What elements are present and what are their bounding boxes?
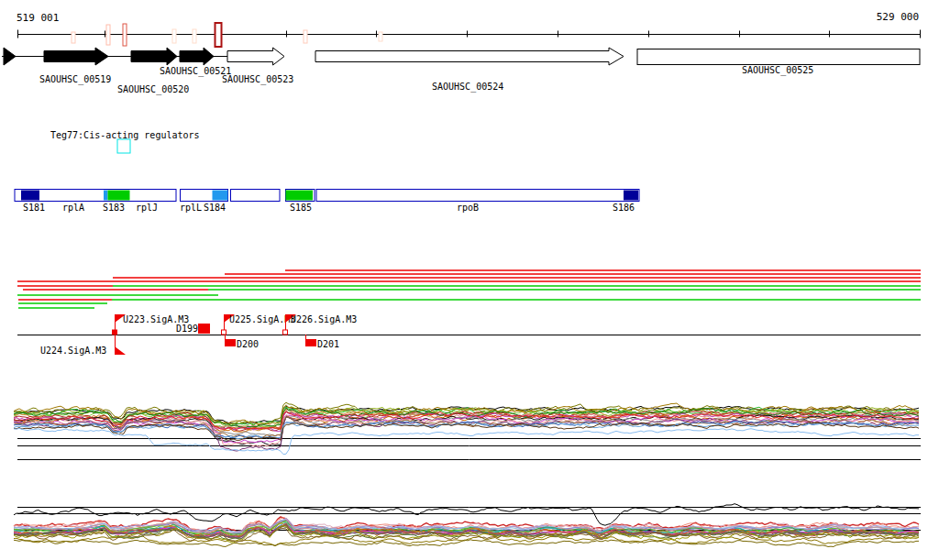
gene-label: SAOUHSC_00525 (742, 65, 813, 76)
gene-partial-left[interactable] (4, 48, 16, 65)
marker-label: D199 (176, 324, 198, 334)
terminator-mark[interactable] (379, 32, 382, 41)
terminator-mark[interactable] (106, 25, 110, 45)
gene-saouhsc_00523[interactable] (227, 48, 284, 65)
terminator-mark[interactable] (123, 24, 127, 46)
terminator-mark[interactable] (304, 30, 307, 43)
operon-segment[interactable] (108, 191, 130, 201)
tss-marker-box[interactable] (198, 324, 210, 334)
gene-label: SAOUHSC_00520 (117, 84, 189, 95)
marker-label: D200 (237, 339, 259, 349)
gene-label: SAOUHSC_00523 (222, 74, 293, 85)
tss-flag-base[interactable] (113, 330, 117, 335)
gene-saouhsc_00524[interactable] (315, 48, 624, 65)
marker-label: D201 (317, 339, 339, 349)
genome-browser-view: 519 001 529 000 Teg77:Cis-acting regulat… (0, 0, 939, 560)
gene-saouhsc_00521[interactable] (180, 48, 214, 65)
operon-segment[interactable] (286, 191, 314, 201)
expression-panel-upper[interactable] (0, 390, 939, 467)
gene-saouhsc_00520[interactable] (131, 48, 177, 65)
operon-segment[interactable] (624, 191, 638, 201)
gene-label: SAOUHSC_00519 (39, 74, 111, 85)
terminator-mark[interactable] (215, 23, 222, 47)
operon-label: S184 (204, 203, 226, 213)
operon-label: S186 (613, 203, 635, 213)
gene-label: SAOUHSC_00524 (432, 82, 503, 93)
operon-box[interactable] (231, 190, 281, 202)
operon-box[interactable] (316, 190, 639, 202)
tss-flag-base[interactable] (222, 330, 226, 335)
expression-panel-lower[interactable] (0, 491, 939, 560)
gene-saouhsc_00519[interactable] (44, 48, 108, 65)
operon-segment[interactable] (21, 191, 39, 201)
operon-label: rplL (180, 203, 202, 213)
operon-label: rpoB (457, 203, 479, 213)
terminator-mark[interactable] (193, 29, 196, 43)
gene-label: SAOUHSC_00521 (160, 66, 231, 77)
operon-label: rplA (62, 203, 84, 213)
terminator-mark[interactable] (172, 29, 176, 43)
flag-label: U224.SigA.M3 (40, 346, 106, 356)
regulator-box[interactable] (117, 139, 130, 153)
flag-label: U226.SigA.M3 (291, 314, 357, 324)
operon-label: S185 (290, 203, 312, 213)
operon-segment[interactable] (213, 191, 228, 201)
operon-label: S183 (103, 203, 125, 213)
tss-flag[interactable] (115, 346, 126, 355)
tss-flag-base[interactable] (283, 330, 288, 335)
gene-saouhsc_00525[interactable] (637, 49, 920, 65)
operon-segment[interactable] (104, 191, 108, 201)
operon-label: S181 (23, 203, 45, 213)
tss-marker-box[interactable] (305, 339, 316, 346)
annotation-tracks: SAOUHSC_00519SAOUHSC_00520SAOUHSC_00521S… (0, 0, 939, 390)
operon-label: rplJ (136, 203, 158, 213)
tss-marker-box[interactable] (225, 339, 236, 346)
terminator-mark[interactable] (72, 32, 75, 43)
